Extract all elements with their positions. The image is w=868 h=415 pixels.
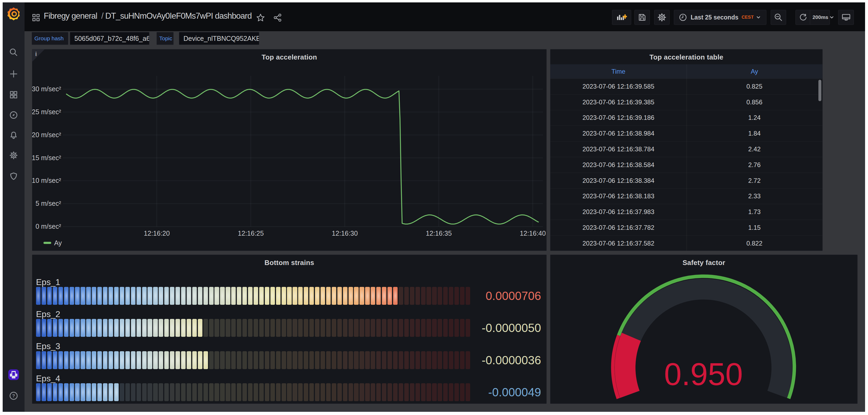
svg-text:?: ? — [12, 393, 15, 398]
svg-text:5 m/sec²: 5 m/sec² — [35, 200, 61, 207]
svg-text:12:16:20: 12:16:20 — [144, 230, 169, 237]
svg-text:30 m/sec²: 30 m/sec² — [32, 85, 61, 93]
svg-text:0 m/sec²: 0 m/sec² — [35, 223, 61, 230]
svg-text:15 m/sec²: 15 m/sec² — [32, 154, 61, 161]
svg-text:Ay: Ay — [54, 239, 62, 246]
svg-text:10 m/sec²: 10 m/sec² — [32, 177, 61, 184]
svg-text:12:16:25: 12:16:25 — [238, 230, 264, 237]
svg-text:0.950: 0.950 — [664, 357, 743, 392]
svg-text:12:16:35: 12:16:35 — [426, 230, 452, 237]
svg-text:25 m/sec²: 25 m/sec² — [32, 108, 61, 116]
svg-text:20 m/sec²: 20 m/sec² — [32, 131, 61, 139]
svg-text:12:16:40: 12:16:40 — [520, 230, 546, 237]
svg-text:12:16:30: 12:16:30 — [332, 230, 358, 237]
